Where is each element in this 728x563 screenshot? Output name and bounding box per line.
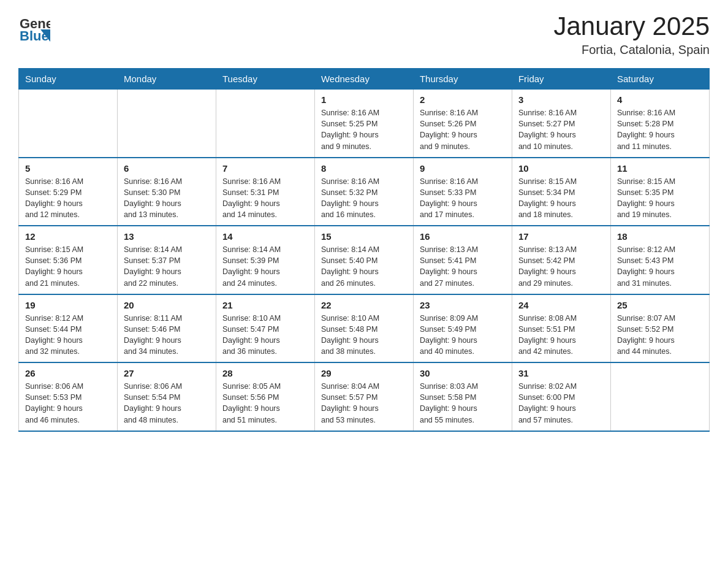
calendar-day-8: 8Sunrise: 8:16 AM Sunset: 5:32 PM Daylig… (314, 158, 413, 226)
day-info: Sunrise: 8:16 AM Sunset: 5:30 PM Dayligh… (124, 176, 210, 221)
day-number: 23 (420, 300, 506, 310)
weekday-header-friday: Friday (512, 69, 610, 90)
calendar-week-row: 19Sunrise: 8:12 AM Sunset: 5:44 PM Dayli… (19, 294, 710, 363)
day-info: Sunrise: 8:13 AM Sunset: 5:41 PM Dayligh… (420, 244, 506, 289)
day-number: 26 (25, 368, 111, 378)
calendar-week-row: 12Sunrise: 8:15 AM Sunset: 5:36 PM Dayli… (19, 226, 710, 294)
calendar-day-9: 9Sunrise: 8:16 AM Sunset: 5:33 PM Daylig… (413, 158, 512, 226)
calendar-day-23: 23Sunrise: 8:09 AM Sunset: 5:49 PM Dayli… (413, 294, 512, 363)
calendar-day-27: 27Sunrise: 8:06 AM Sunset: 5:54 PM Dayli… (117, 362, 216, 431)
day-number: 17 (518, 231, 604, 242)
day-info: Sunrise: 8:16 AM Sunset: 5:26 PM Dayligh… (420, 107, 506, 152)
calendar-day-11: 11Sunrise: 8:15 AM Sunset: 5:35 PM Dayli… (610, 158, 709, 226)
day-info: Sunrise: 8:15 AM Sunset: 5:35 PM Dayligh… (617, 176, 703, 221)
calendar-day-15: 15Sunrise: 8:14 AM Sunset: 5:40 PM Dayli… (314, 226, 413, 294)
day-number: 31 (518, 368, 604, 378)
day-number: 22 (321, 300, 407, 310)
empty-day-cell (19, 90, 118, 158)
calendar-day-20: 20Sunrise: 8:11 AM Sunset: 5:46 PM Dayli… (117, 294, 216, 363)
day-info: Sunrise: 8:14 AM Sunset: 5:40 PM Dayligh… (321, 244, 407, 289)
day-info: Sunrise: 8:03 AM Sunset: 5:58 PM Dayligh… (420, 381, 506, 426)
day-number: 25 (617, 300, 703, 310)
calendar-week-row: 1Sunrise: 8:16 AM Sunset: 5:25 PM Daylig… (19, 90, 710, 158)
calendar-day-29: 29Sunrise: 8:04 AM Sunset: 5:57 PM Dayli… (314, 362, 413, 431)
day-number: 6 (124, 163, 210, 174)
day-number: 16 (420, 231, 506, 242)
weekday-header-sunday: Sunday (19, 69, 118, 90)
day-info: Sunrise: 8:16 AM Sunset: 5:25 PM Dayligh… (321, 107, 407, 152)
day-number: 11 (617, 163, 703, 174)
day-info: Sunrise: 8:16 AM Sunset: 5:32 PM Dayligh… (321, 176, 407, 221)
day-number: 2 (420, 94, 506, 105)
calendar-day-1: 1Sunrise: 8:16 AM Sunset: 5:25 PM Daylig… (314, 90, 413, 158)
calendar-day-12: 12Sunrise: 8:15 AM Sunset: 5:36 PM Dayli… (19, 226, 118, 294)
day-number: 29 (321, 368, 407, 378)
calendar-body: 1Sunrise: 8:16 AM Sunset: 5:25 PM Daylig… (19, 90, 710, 431)
title-block: January 2025 Fortia, Catalonia, Spain (553, 12, 710, 57)
day-info: Sunrise: 8:07 AM Sunset: 5:52 PM Dayligh… (617, 313, 703, 358)
day-number: 24 (518, 300, 604, 310)
day-number: 7 (222, 163, 308, 174)
day-info: Sunrise: 8:16 AM Sunset: 5:28 PM Dayligh… (617, 107, 703, 152)
empty-day-cell (216, 90, 314, 158)
day-number: 3 (518, 94, 604, 105)
day-number: 30 (420, 368, 506, 378)
day-number: 20 (124, 300, 210, 310)
calendar-day-24: 24Sunrise: 8:08 AM Sunset: 5:51 PM Dayli… (512, 294, 610, 363)
day-number: 12 (25, 231, 111, 242)
day-number: 1 (321, 94, 407, 105)
day-info: Sunrise: 8:14 AM Sunset: 5:37 PM Dayligh… (124, 244, 210, 289)
day-info: Sunrise: 8:10 AM Sunset: 5:48 PM Dayligh… (321, 313, 407, 358)
weekday-header-monday: Monday (117, 69, 216, 90)
calendar-week-row: 26Sunrise: 8:06 AM Sunset: 5:53 PM Dayli… (19, 362, 710, 431)
calendar-day-22: 22Sunrise: 8:10 AM Sunset: 5:48 PM Dayli… (314, 294, 413, 363)
day-number: 21 (222, 300, 308, 310)
day-info: Sunrise: 8:09 AM Sunset: 5:49 PM Dayligh… (420, 313, 506, 358)
day-number: 13 (124, 231, 210, 242)
day-info: Sunrise: 8:12 AM Sunset: 5:44 PM Dayligh… (25, 313, 111, 358)
calendar-day-7: 7Sunrise: 8:16 AM Sunset: 5:31 PM Daylig… (216, 158, 314, 226)
weekday-header-wednesday: Wednesday (314, 69, 413, 90)
day-info: Sunrise: 8:11 AM Sunset: 5:46 PM Dayligh… (124, 313, 210, 358)
weekday-header-row: SundayMondayTuesdayWednesdayThursdayFrid… (19, 69, 710, 90)
logo-icon: General Blue (18, 12, 50, 44)
calendar-day-6: 6Sunrise: 8:16 AM Sunset: 5:30 PM Daylig… (117, 158, 216, 226)
day-number: 8 (321, 163, 407, 174)
day-info: Sunrise: 8:05 AM Sunset: 5:56 PM Dayligh… (222, 381, 308, 426)
day-number: 14 (222, 231, 308, 242)
page-title: January 2025 (553, 12, 710, 40)
day-info: Sunrise: 8:15 AM Sunset: 5:34 PM Dayligh… (518, 176, 604, 221)
day-info: Sunrise: 8:14 AM Sunset: 5:39 PM Dayligh… (222, 244, 308, 289)
calendar-week-row: 5Sunrise: 8:16 AM Sunset: 5:29 PM Daylig… (19, 158, 710, 226)
day-info: Sunrise: 8:16 AM Sunset: 5:33 PM Dayligh… (420, 176, 506, 221)
page-subtitle: Fortia, Catalonia, Spain (553, 43, 710, 57)
calendar-day-18: 18Sunrise: 8:12 AM Sunset: 5:43 PM Dayli… (610, 226, 709, 294)
calendar-day-30: 30Sunrise: 8:03 AM Sunset: 5:58 PM Dayli… (413, 362, 512, 431)
day-info: Sunrise: 8:02 AM Sunset: 6:00 PM Dayligh… (518, 381, 604, 426)
day-info: Sunrise: 8:08 AM Sunset: 5:51 PM Dayligh… (518, 313, 604, 358)
calendar-day-3: 3Sunrise: 8:16 AM Sunset: 5:27 PM Daylig… (512, 90, 610, 158)
day-info: Sunrise: 8:16 AM Sunset: 5:31 PM Dayligh… (222, 176, 308, 221)
calendar-day-13: 13Sunrise: 8:14 AM Sunset: 5:37 PM Dayli… (117, 226, 216, 294)
day-number: 18 (617, 231, 703, 242)
weekday-header-tuesday: Tuesday (216, 69, 314, 90)
calendar-day-4: 4Sunrise: 8:16 AM Sunset: 5:28 PM Daylig… (610, 90, 709, 158)
day-number: 28 (222, 368, 308, 378)
weekday-header-thursday: Thursday (413, 69, 512, 90)
calendar-day-25: 25Sunrise: 8:07 AM Sunset: 5:52 PM Dayli… (610, 294, 709, 363)
day-info: Sunrise: 8:16 AM Sunset: 5:29 PM Dayligh… (25, 176, 111, 221)
day-number: 5 (25, 163, 111, 174)
day-number: 9 (420, 163, 506, 174)
calendar-day-26: 26Sunrise: 8:06 AM Sunset: 5:53 PM Dayli… (19, 362, 118, 431)
day-number: 10 (518, 163, 604, 174)
day-info: Sunrise: 8:06 AM Sunset: 5:54 PM Dayligh… (124, 381, 210, 426)
day-number: 27 (124, 368, 210, 378)
day-info: Sunrise: 8:15 AM Sunset: 5:36 PM Dayligh… (25, 244, 111, 289)
calendar-day-19: 19Sunrise: 8:12 AM Sunset: 5:44 PM Dayli… (19, 294, 118, 363)
calendar-day-2: 2Sunrise: 8:16 AM Sunset: 5:26 PM Daylig… (413, 90, 512, 158)
calendar-day-10: 10Sunrise: 8:15 AM Sunset: 5:34 PM Dayli… (512, 158, 610, 226)
day-info: Sunrise: 8:04 AM Sunset: 5:57 PM Dayligh… (321, 381, 407, 426)
calendar-day-31: 31Sunrise: 8:02 AM Sunset: 6:00 PM Dayli… (512, 362, 610, 431)
logo: General Blue (18, 12, 50, 44)
day-number: 15 (321, 231, 407, 242)
